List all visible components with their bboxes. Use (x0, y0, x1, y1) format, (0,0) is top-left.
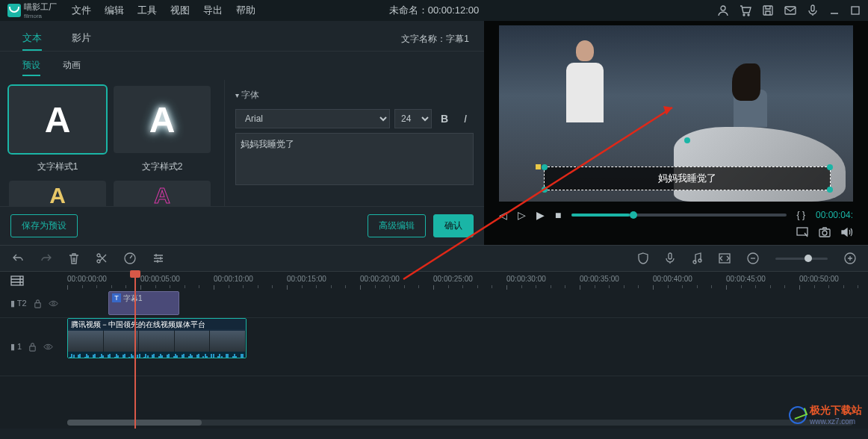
zoom-out-icon[interactable] (747, 252, 759, 264)
title-clip[interactable]: T 字幕1 (108, 291, 179, 315)
record-mic-icon[interactable] (665, 252, 675, 264)
text-style-grid: A A 文字样式1 文字样式2 A A (0, 80, 224, 206)
svg-point-11 (97, 260, 100, 263)
menu-file[interactable]: 文件 (72, 4, 91, 17)
confirm-button[interactable]: 确认 (433, 214, 474, 237)
undo-icon[interactable] (12, 252, 24, 264)
subtitle-text: 妈妈我睡觉了 (658, 172, 716, 184)
menu-view[interactable]: 视图 (170, 4, 190, 17)
lock-icon[interactable] (33, 299, 43, 308)
settings-icon[interactable] (152, 252, 164, 264)
maximize-icon[interactable] (850, 5, 861, 16)
text-content-input[interactable] (235, 133, 474, 185)
snapshot-icon[interactable] (819, 227, 831, 237)
prev-frame-icon[interactable]: ◁ (499, 209, 507, 221)
subtitle-overlay[interactable]: 妈妈我睡觉了 (544, 166, 831, 190)
volume-icon[interactable] (841, 227, 853, 237)
svg-rect-4 (785, 7, 796, 14)
delete-icon[interactable] (69, 252, 79, 264)
tab-text[interactable]: 文本 (22, 27, 42, 51)
mail-icon[interactable] (784, 4, 796, 16)
italic-button[interactable]: I (457, 110, 474, 127)
svg-point-21 (52, 302, 55, 305)
audio-waveform (68, 352, 246, 358)
svg-rect-5 (811, 5, 814, 11)
shield-icon[interactable] (638, 252, 648, 264)
speed-icon[interactable] (124, 252, 136, 264)
font-section-label[interactable]: 字体 (235, 86, 474, 105)
tab-preset[interactable]: 预设 (22, 56, 40, 76)
text-properties: 字体 Arial 24 B I (224, 80, 484, 206)
tab-clip[interactable]: 影片 (72, 27, 91, 51)
preview-viewport[interactable]: 妈妈我睡觉了 (499, 25, 853, 202)
playhead[interactable] (134, 272, 136, 429)
preview-progress[interactable] (571, 214, 786, 217)
cart-icon[interactable] (740, 4, 751, 16)
split-icon[interactable] (96, 252, 108, 264)
save-icon[interactable] (762, 4, 774, 16)
track-label-title: ▮ T2 (10, 299, 27, 308)
title-clip-label: 字幕1 (123, 293, 143, 304)
text-editor-panel: 文本 影片 预设 动画 文字名称：字幕1 A A 文字样式1 文字样式2 (0, 21, 484, 245)
preview-panel: 妈妈我睡觉了 ◁ ▷ ▶ ■ { } 00:00:04: (484, 21, 868, 245)
resize-handle-tl[interactable] (542, 164, 548, 170)
resize-handle-tc[interactable] (684, 137, 690, 143)
minimize-icon[interactable] (829, 5, 840, 16)
tab-animation[interactable]: 动画 (63, 56, 81, 76)
style-preview-a-glow: A (149, 99, 176, 140)
rotate-handle[interactable] (536, 164, 541, 169)
menu-edit[interactable]: 编辑 (105, 4, 124, 17)
watermark-url: www.xz7.com (810, 417, 862, 426)
svg-rect-16 (719, 254, 730, 263)
svg-point-23 (47, 346, 49, 348)
timeline-ruler[interactable]: 00:00:00:0000:00:05:0000:00:10:0000:00:1… (67, 272, 868, 290)
play-icon[interactable]: ▶ (536, 209, 545, 221)
zoom-slider[interactable] (775, 258, 828, 260)
zoom-in-icon[interactable] (844, 252, 856, 264)
watermark-title: 极光下载站 (810, 404, 862, 417)
text-style-4[interactable]: A (114, 181, 211, 206)
stop-icon[interactable]: ■ (555, 209, 561, 221)
timeline-scrollbar[interactable] (67, 420, 853, 426)
text-style-2[interactable]: A (114, 86, 211, 153)
resize-handle-bl[interactable] (542, 187, 548, 193)
eye-icon[interactable] (43, 342, 53, 352)
text-name-label: 文字名称： (401, 34, 446, 44)
screen-icon[interactable] (796, 227, 808, 237)
svg-rect-19 (11, 276, 23, 285)
eye-icon[interactable] (49, 299, 58, 308)
resize-handle-br[interactable] (827, 187, 833, 193)
advanced-edit-button[interactable]: 高级编辑 (368, 214, 426, 237)
video-clip[interactable]: 腾讯视频－中国领先的在线视频媒体平台 (67, 318, 247, 358)
next-frame-icon[interactable]: ▷ (518, 209, 526, 221)
video-track: ▮ 1 腾讯视频－中国领先的在线视频媒体平台 (0, 318, 868, 376)
svg-point-10 (97, 254, 100, 257)
font-size-select[interactable]: 24 (394, 109, 432, 128)
menu-help[interactable]: 帮助 (236, 4, 255, 17)
svg-rect-6 (852, 7, 859, 14)
music-icon[interactable] (692, 252, 702, 264)
user-icon[interactable] (717, 4, 729, 16)
save-preset-button[interactable]: 保存为预设 (10, 214, 78, 237)
fit-icon[interactable] (719, 253, 731, 264)
svg-point-14 (693, 261, 696, 264)
lock-icon[interactable] (28, 342, 37, 352)
title-track: ▮ T2 T 字幕1 (0, 290, 868, 318)
track-manager-icon[interactable] (10, 275, 24, 286)
text-style-3[interactable]: A (9, 181, 106, 206)
watermark-icon (789, 406, 807, 424)
style-preview-a: A (45, 99, 71, 140)
svg-point-2 (748, 14, 749, 16)
redo-icon[interactable] (40, 252, 52, 264)
svg-point-0 (721, 6, 725, 10)
mic-icon[interactable] (807, 4, 819, 16)
marker-brackets[interactable]: { } (797, 210, 805, 220)
logo-icon (7, 4, 21, 17)
menu-export[interactable]: 导出 (203, 4, 223, 17)
bold-button[interactable]: B (436, 110, 453, 127)
menu-tool[interactable]: 工具 (137, 4, 157, 17)
font-family-select[interactable]: Arial (235, 109, 390, 128)
svg-point-1 (743, 14, 745, 16)
resize-handle-tr[interactable] (827, 164, 833, 170)
text-style-1[interactable]: A (9, 86, 106, 153)
